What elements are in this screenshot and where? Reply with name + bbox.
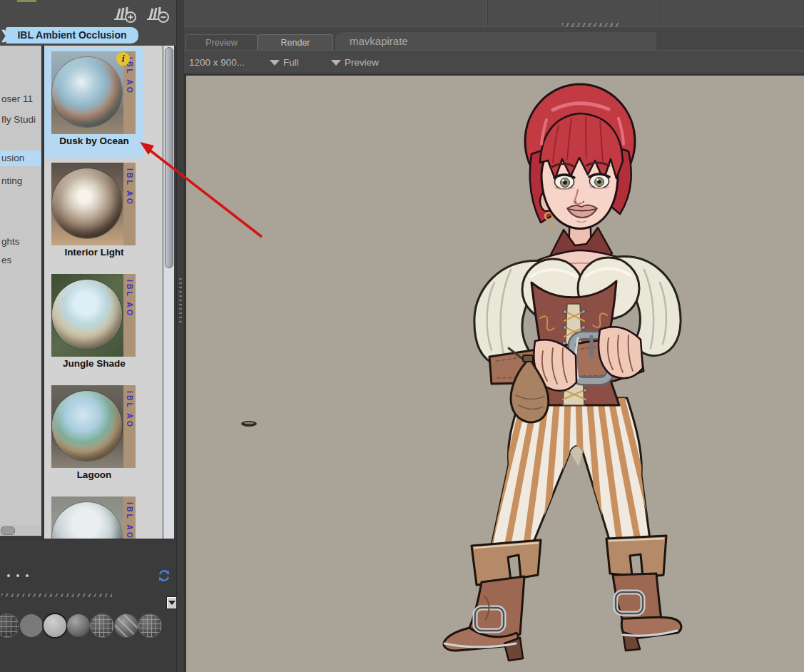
compare-mode-dropdown[interactable]: Preview: [331, 51, 379, 74]
chrome-ball-icon: [52, 168, 122, 238]
env-photo: [51, 497, 123, 539]
document-tab-bar: Preview Render mavkapirate: [184, 27, 804, 50]
chrome-ball-icon: [52, 57, 122, 127]
add-library-icon[interactable]: [111, 4, 140, 24]
remove-library-icon[interactable]: [144, 4, 173, 24]
refresh-icon[interactable]: [157, 569, 171, 583]
thumbnail-image: IBL AO i: [51, 51, 136, 134]
footer-drag-handle[interactable]: [1, 594, 112, 597]
tree-horizontal-scrollbar[interactable]: [0, 525, 41, 536]
env-photo: [51, 51, 123, 134]
chrome-ball-icon: [52, 280, 122, 350]
thumbnail-image: IBL AO: [51, 163, 136, 245]
compare-mode-text: Preview: [345, 57, 379, 68]
chrome-ball-icon: [52, 502, 122, 539]
chevron-down-icon: [270, 60, 280, 66]
thumbnail-jungle-shade[interactable]: IBL AO Jungle Shade: [44, 270, 144, 381]
badge-strip: IBL AO: [123, 497, 136, 539]
tree-item-firefly[interactable]: fly Studi: [0, 112, 41, 128]
panel-divider: [658, 0, 658, 26]
library-footer: [0, 539, 176, 672]
thumbnail-label: Jungle Shade: [44, 358, 144, 369]
library-tree: oser 11 fly Studi usion nting ghts es: [0, 46, 41, 525]
breadcrumb: ❯ IBL Ambient Occlusion: [0, 26, 176, 46]
tree-item-lighting[interactable]: nting: [0, 173, 41, 189]
chrome-ball-icon: [52, 391, 122, 461]
badge-strip: IBL AO: [123, 163, 136, 245]
tab-preview[interactable]: Preview: [185, 34, 258, 51]
top-panel-strip: [184, 0, 804, 27]
thumbnail-label: Lagoon: [44, 469, 144, 480]
thumbnail-lagoon[interactable]: IBL AO Lagoon: [44, 381, 144, 492]
thumbnail-scrollbar-thumb[interactable]: [165, 47, 173, 268]
badge-strip: IBL AO: [123, 274, 136, 357]
thumbnail-image: IBL AO: [51, 385, 136, 468]
breadcrumb-category[interactable]: IBL Ambient Occlusion: [6, 27, 138, 44]
render-character: [186, 76, 804, 672]
tree-item-scenes[interactable]: es: [0, 253, 41, 268]
display-style-silhouette-icon[interactable]: [20, 614, 43, 637]
display-style-texture-shaded-icon[interactable]: [115, 614, 138, 637]
library-header: [0, 0, 176, 26]
document-title-bar[interactable]: mavkapirate: [335, 32, 656, 50]
thumbnail-label: Dusk by Ocean: [44, 136, 144, 146]
env-photo: [51, 274, 123, 357]
thumbnail-image: IBL AO: [51, 274, 136, 357]
panel-divider: [487, 0, 487, 26]
env-photo: [51, 385, 123, 468]
display-style-smooth-shaded-icon[interactable]: [67, 614, 90, 637]
thumbnail-scrollbar[interactable]: [163, 46, 174, 539]
ibl-ao-badge: IBL AO: [126, 168, 134, 206]
render-mode-text: Full: [283, 57, 299, 68]
ibl-ao-badge: IBL AO: [126, 391, 134, 429]
thumbnail-partial[interactable]: IBL AO: [44, 492, 144, 539]
resolution-label[interactable]: 1200 x 900...: [189, 51, 245, 74]
display-style-outline-icon[interactable]: [44, 614, 66, 637]
display-style-shaded-wireframe-icon[interactable]: [138, 614, 161, 637]
tab-render[interactable]: Render: [258, 34, 333, 51]
thumbnail-dusk-by-ocean[interactable]: IBL AO i Dusk by Ocean: [44, 47, 144, 158]
env-photo: [51, 163, 123, 245]
tree-scrollbar-thumb[interactable]: [1, 526, 15, 535]
thumbnail-list: IBL AO i Dusk by Ocean IBL AO Interior L…: [44, 46, 163, 539]
library-panel: ❯ IBL Ambient Occlusion oser 11 fly Stud…: [0, 0, 176, 672]
clipped-icon-sliver: [17, 0, 36, 2]
display-style-lit-wireframe-icon[interactable]: [91, 614, 113, 637]
info-icon[interactable]: i: [116, 52, 130, 66]
tree-item-poser11[interactable]: oser 11: [0, 91, 41, 107]
render-viewport[interactable]: [184, 73, 804, 672]
document-area: Preview Render mavkapirate 1200 x 900...…: [184, 0, 804, 672]
more-options-button[interactable]: [7, 574, 29, 577]
badge-strip: IBL AO: [123, 385, 136, 468]
thumbnail-interior-light[interactable]: IBL AO Interior Light: [44, 158, 144, 270]
tree-item-lights[interactable]: ghts: [0, 234, 41, 250]
render-toolbar: 1200 x 900... Full Preview: [184, 50, 804, 74]
splitter-grip[interactable]: [179, 277, 182, 322]
tree-item-ibl-occlusion[interactable]: usion: [0, 151, 41, 166]
render-mode-dropdown[interactable]: Full: [270, 51, 299, 74]
thumbnail-label: Interior Light: [44, 247, 144, 258]
thumbnail-image: IBL AO: [51, 497, 136, 539]
chevron-down-icon: [331, 60, 341, 66]
ibl-ao-badge: IBL AO: [126, 502, 134, 539]
resolution-text: 1200 x 900...: [189, 57, 245, 68]
ibl-ao-badge: IBL AO: [126, 280, 134, 317]
